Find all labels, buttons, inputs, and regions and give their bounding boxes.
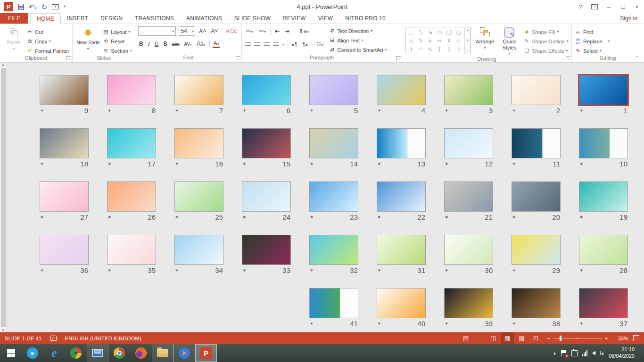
slide-thumbnail-36[interactable] xyxy=(40,235,89,265)
clear-formatting-button[interactable]: A⌫ xyxy=(225,28,239,34)
text-direction-button[interactable]: ⇵Text Direction▾ xyxy=(329,27,387,35)
reading-view-button[interactable]: ▥ xyxy=(515,332,528,344)
notes-button[interactable]: ▤ xyxy=(459,332,472,344)
font-name-combo[interactable]: ▾ xyxy=(138,26,176,36)
slide-thumbnail-3[interactable] xyxy=(444,75,493,105)
spell-check-icon[interactable]: ✓ xyxy=(50,336,57,341)
shape-icon[interactable]: ◠ xyxy=(418,46,423,52)
tab-animations[interactable]: ANIMATIONS xyxy=(180,13,228,24)
decrease-indent-button[interactable]: ⇤ xyxy=(274,28,281,34)
shape-fill-button[interactable]: ⬥Shape Fill▾ xyxy=(523,28,569,36)
taskbar-chrome[interactable] xyxy=(108,344,130,362)
italic-button[interactable]: I xyxy=(147,41,151,48)
ribbon-display-options-button[interactable]: ↑ xyxy=(587,0,602,13)
restore-button[interactable] xyxy=(616,0,630,13)
bold-button[interactable]: B xyxy=(138,41,144,47)
shapes-gallery[interactable]: ⬚╲⇘▭◯▢△↰↳⇨⇩⌂⌇◠∿{}☆ ▲▼⌄ xyxy=(405,27,471,54)
shape-icon[interactable]: ╲ xyxy=(419,29,422,35)
decrease-font-size-button[interactable]: A˅ xyxy=(210,28,219,34)
vertical-scrollbar[interactable]: ▲ ▼ xyxy=(0,63,7,332)
drawing-dialog-launcher[interactable]: ↘ xyxy=(566,56,570,61)
battery-icon[interactable] xyxy=(571,350,578,356)
slide-thumbnail-29[interactable] xyxy=(512,235,561,265)
shape-icon[interactable]: ↰ xyxy=(419,38,423,44)
fit-to-window-button[interactable]: ⛶ xyxy=(633,335,639,341)
shape-icon[interactable]: ↳ xyxy=(428,38,432,44)
tab-review[interactable]: REVIEW xyxy=(277,13,312,24)
shape-icon[interactable]: ▭ xyxy=(437,29,442,35)
shape-icon[interactable]: ⬚ xyxy=(409,29,413,35)
slide-thumbnail-20[interactable] xyxy=(512,181,561,212)
convert-to-smartart-button[interactable]: ⇄Convert to SmartArt▾ xyxy=(329,46,387,54)
text-shadow-button[interactable]: S xyxy=(162,41,168,47)
slide-thumbnail-1[interactable] xyxy=(579,75,628,105)
shape-icon[interactable]: ⌂ xyxy=(457,38,460,43)
slide-thumbnail-23[interactable] xyxy=(309,181,358,212)
align-left-button[interactable] xyxy=(245,42,251,47)
slide-thumbnail-2[interactable] xyxy=(512,75,561,105)
language-indicator[interactable]: فا xyxy=(600,350,604,356)
slide-sorter-view-button[interactable]: ▦ xyxy=(501,332,514,344)
slide-show-button[interactable]: ⊡ xyxy=(529,332,542,344)
slide-thumbnail-15[interactable] xyxy=(242,128,291,158)
increase-font-size-button[interactable]: A˄ xyxy=(198,28,207,34)
shape-icon[interactable]: △ xyxy=(409,38,413,44)
sign-in-link[interactable]: Sign in xyxy=(620,13,644,24)
zoom-in-button[interactable]: + xyxy=(605,336,608,341)
taskbar-internet-explorer[interactable]: e xyxy=(43,344,65,362)
redo-button[interactable]: ↻ xyxy=(41,3,48,10)
taskbar-idm[interactable] xyxy=(65,344,87,362)
clock[interactable]: 21:10 08/04/2020 xyxy=(609,346,635,360)
scrollbar-thumb[interactable] xyxy=(1,68,6,327)
action-center-flag-icon[interactable] xyxy=(561,350,567,356)
slide-thumbnail-18[interactable] xyxy=(40,128,89,158)
slide-thumbnail-28[interactable] xyxy=(579,235,628,265)
increase-indent-button[interactable]: ⇥ xyxy=(284,28,290,34)
select-button[interactable]: ⇖Select▾ xyxy=(575,47,610,55)
numbering-button[interactable]: ≕▾ xyxy=(257,28,267,34)
shape-outline-button[interactable]: ✎Shape Outline▾ xyxy=(523,37,569,45)
slide-thumbnail-16[interactable] xyxy=(174,128,223,158)
slide-thumbnail-38[interactable] xyxy=(512,288,561,318)
shape-icon[interactable]: ∿ xyxy=(428,46,432,52)
slide-thumbnail-30[interactable] xyxy=(444,235,493,265)
underline-button[interactable]: U xyxy=(154,41,160,47)
customize-qat-button[interactable]: ▾ xyxy=(64,5,66,8)
clipboard-dialog-launcher[interactable]: ↘ xyxy=(66,56,71,61)
minimize-button[interactable]: – xyxy=(602,0,616,13)
slide-thumbnail-7[interactable] xyxy=(174,75,223,105)
volume-icon[interactable] xyxy=(592,351,595,355)
tab-nitro-pro[interactable]: NITRO PRO 10 xyxy=(339,13,392,24)
tab-file[interactable]: FILE xyxy=(0,13,28,24)
shape-icon[interactable]: { xyxy=(439,46,441,52)
character-spacing-button[interactable]: AV▾ xyxy=(183,41,193,47)
zoom-out-button[interactable]: − xyxy=(547,336,550,341)
tab-view[interactable]: VIEW xyxy=(312,13,339,24)
powerpoint-logo-icon[interactable]: P xyxy=(4,2,13,11)
change-case-button[interactable]: Aa▾ xyxy=(196,41,206,47)
save-icon[interactable] xyxy=(18,4,24,10)
cut-button[interactable]: ✂Cut xyxy=(26,28,69,36)
tab-insert[interactable]: INSERT xyxy=(61,13,94,24)
arrange-button[interactable]: Arrange▾ xyxy=(475,26,495,56)
bullets-button[interactable]: ≔▾ xyxy=(245,28,254,34)
justify-button[interactable] xyxy=(273,42,279,47)
slide-thumbnail-10[interactable] xyxy=(579,128,628,158)
slide-thumbnail-31[interactable] xyxy=(377,235,426,265)
zoom-slider[interactable] xyxy=(553,338,602,338)
font-color-button[interactable]: A▾ xyxy=(213,40,220,48)
taskbar-powerpoint[interactable]: P xyxy=(195,344,217,362)
slide-thumbnail-11[interactable] xyxy=(512,128,561,158)
copy-button[interactable]: ⧉Copy▾ xyxy=(26,37,69,45)
slide-thumbnail-33[interactable] xyxy=(242,235,291,265)
tab-design[interactable]: DESIGN xyxy=(94,13,129,24)
font-size-combo[interactable]: 54▾ xyxy=(179,26,196,36)
network-signal-icon[interactable] xyxy=(582,350,587,356)
slide-thumbnail-35[interactable] xyxy=(107,235,156,265)
undo-button[interactable]: ↶▾ xyxy=(29,3,37,10)
tab-transitions[interactable]: TRANSITIONS xyxy=(129,13,180,24)
zoom-percentage[interactable]: 33% xyxy=(612,336,628,341)
tab-slide-show[interactable]: SLIDE SHOW xyxy=(228,13,277,24)
rtl-direction-button[interactable]: ¶◂ xyxy=(301,42,308,47)
shape-icon[interactable]: ⇨ xyxy=(438,38,442,44)
